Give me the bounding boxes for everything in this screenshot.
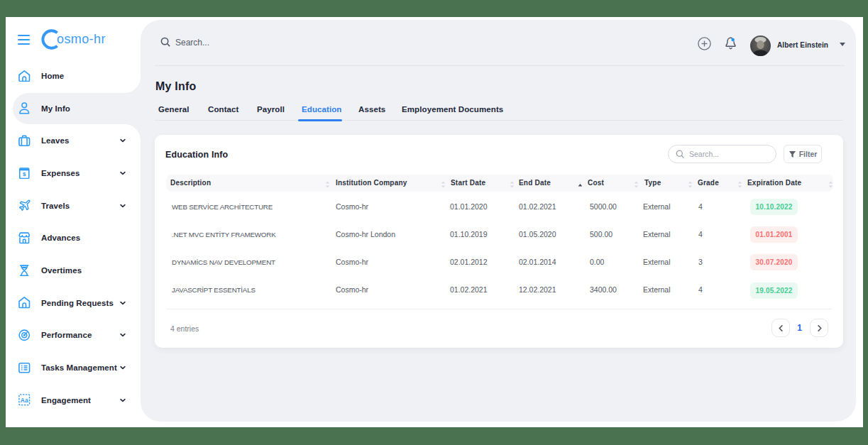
- svg-text:Aa: Aa: [21, 397, 28, 404]
- svg-text:$: $: [23, 171, 26, 177]
